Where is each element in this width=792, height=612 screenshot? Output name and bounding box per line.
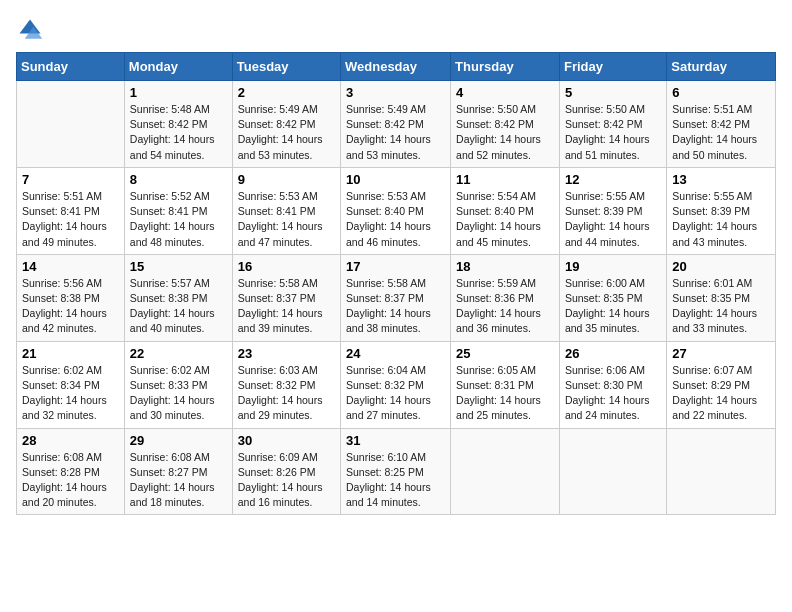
day-number: 13 [672, 172, 770, 187]
day-number: 7 [22, 172, 119, 187]
column-header-friday: Friday [559, 53, 666, 81]
calendar-cell: 24Sunrise: 6:04 AM Sunset: 8:32 PM Dayli… [341, 341, 451, 428]
calendar-cell: 19Sunrise: 6:00 AM Sunset: 8:35 PM Dayli… [559, 254, 666, 341]
day-info: Sunrise: 6:06 AM Sunset: 8:30 PM Dayligh… [565, 363, 661, 424]
day-number: 30 [238, 433, 335, 448]
day-info: Sunrise: 6:02 AM Sunset: 8:33 PM Dayligh… [130, 363, 227, 424]
column-header-tuesday: Tuesday [232, 53, 340, 81]
calendar-cell: 21Sunrise: 6:02 AM Sunset: 8:34 PM Dayli… [17, 341, 125, 428]
day-info: Sunrise: 6:07 AM Sunset: 8:29 PM Dayligh… [672, 363, 770, 424]
calendar-cell: 31Sunrise: 6:10 AM Sunset: 8:25 PM Dayli… [341, 428, 451, 515]
calendar-cell: 8Sunrise: 5:52 AM Sunset: 8:41 PM Daylig… [124, 167, 232, 254]
week-row-5: 28Sunrise: 6:08 AM Sunset: 8:28 PM Dayli… [17, 428, 776, 515]
day-info: Sunrise: 6:08 AM Sunset: 8:28 PM Dayligh… [22, 450, 119, 511]
day-number: 6 [672, 85, 770, 100]
page-header [16, 16, 776, 44]
day-number: 27 [672, 346, 770, 361]
column-header-wednesday: Wednesday [341, 53, 451, 81]
day-number: 2 [238, 85, 335, 100]
day-info: Sunrise: 5:54 AM Sunset: 8:40 PM Dayligh… [456, 189, 554, 250]
day-number: 14 [22, 259, 119, 274]
day-info: Sunrise: 5:51 AM Sunset: 8:42 PM Dayligh… [672, 102, 770, 163]
day-number: 20 [672, 259, 770, 274]
column-header-thursday: Thursday [451, 53, 560, 81]
day-info: Sunrise: 6:10 AM Sunset: 8:25 PM Dayligh… [346, 450, 445, 511]
day-number: 23 [238, 346, 335, 361]
day-number: 5 [565, 85, 661, 100]
calendar-cell: 28Sunrise: 6:08 AM Sunset: 8:28 PM Dayli… [17, 428, 125, 515]
day-number: 24 [346, 346, 445, 361]
calendar-cell: 10Sunrise: 5:53 AM Sunset: 8:40 PM Dayli… [341, 167, 451, 254]
day-info: Sunrise: 6:08 AM Sunset: 8:27 PM Dayligh… [130, 450, 227, 511]
calendar-cell: 4Sunrise: 5:50 AM Sunset: 8:42 PM Daylig… [451, 81, 560, 168]
day-number: 11 [456, 172, 554, 187]
day-number: 10 [346, 172, 445, 187]
week-row-3: 14Sunrise: 5:56 AM Sunset: 8:38 PM Dayli… [17, 254, 776, 341]
week-row-4: 21Sunrise: 6:02 AM Sunset: 8:34 PM Dayli… [17, 341, 776, 428]
calendar-cell: 3Sunrise: 5:49 AM Sunset: 8:42 PM Daylig… [341, 81, 451, 168]
day-info: Sunrise: 5:50 AM Sunset: 8:42 PM Dayligh… [456, 102, 554, 163]
calendar-cell: 14Sunrise: 5:56 AM Sunset: 8:38 PM Dayli… [17, 254, 125, 341]
day-number: 31 [346, 433, 445, 448]
day-info: Sunrise: 5:56 AM Sunset: 8:38 PM Dayligh… [22, 276, 119, 337]
day-info: Sunrise: 5:49 AM Sunset: 8:42 PM Dayligh… [238, 102, 335, 163]
day-number: 29 [130, 433, 227, 448]
column-header-saturday: Saturday [667, 53, 776, 81]
week-row-2: 7Sunrise: 5:51 AM Sunset: 8:41 PM Daylig… [17, 167, 776, 254]
day-info: Sunrise: 6:00 AM Sunset: 8:35 PM Dayligh… [565, 276, 661, 337]
calendar-cell: 11Sunrise: 5:54 AM Sunset: 8:40 PM Dayli… [451, 167, 560, 254]
calendar-cell: 26Sunrise: 6:06 AM Sunset: 8:30 PM Dayli… [559, 341, 666, 428]
calendar-cell: 7Sunrise: 5:51 AM Sunset: 8:41 PM Daylig… [17, 167, 125, 254]
calendar-cell: 30Sunrise: 6:09 AM Sunset: 8:26 PM Dayli… [232, 428, 340, 515]
calendar-cell [559, 428, 666, 515]
calendar-cell: 6Sunrise: 5:51 AM Sunset: 8:42 PM Daylig… [667, 81, 776, 168]
day-info: Sunrise: 5:55 AM Sunset: 8:39 PM Dayligh… [672, 189, 770, 250]
calendar-cell: 16Sunrise: 5:58 AM Sunset: 8:37 PM Dayli… [232, 254, 340, 341]
day-number: 17 [346, 259, 445, 274]
day-number: 26 [565, 346, 661, 361]
day-number: 28 [22, 433, 119, 448]
logo [16, 16, 48, 44]
calendar-body: 1Sunrise: 5:48 AM Sunset: 8:42 PM Daylig… [17, 81, 776, 515]
calendar-cell: 23Sunrise: 6:03 AM Sunset: 8:32 PM Dayli… [232, 341, 340, 428]
day-number: 3 [346, 85, 445, 100]
day-number: 16 [238, 259, 335, 274]
day-number: 8 [130, 172, 227, 187]
calendar-cell: 15Sunrise: 5:57 AM Sunset: 8:38 PM Dayli… [124, 254, 232, 341]
calendar-cell [667, 428, 776, 515]
day-number: 15 [130, 259, 227, 274]
day-info: Sunrise: 5:48 AM Sunset: 8:42 PM Dayligh… [130, 102, 227, 163]
day-info: Sunrise: 5:52 AM Sunset: 8:41 PM Dayligh… [130, 189, 227, 250]
day-number: 22 [130, 346, 227, 361]
day-info: Sunrise: 6:02 AM Sunset: 8:34 PM Dayligh… [22, 363, 119, 424]
day-info: Sunrise: 5:58 AM Sunset: 8:37 PM Dayligh… [346, 276, 445, 337]
day-info: Sunrise: 6:01 AM Sunset: 8:35 PM Dayligh… [672, 276, 770, 337]
day-info: Sunrise: 5:50 AM Sunset: 8:42 PM Dayligh… [565, 102, 661, 163]
day-number: 1 [130, 85, 227, 100]
day-info: Sunrise: 6:05 AM Sunset: 8:31 PM Dayligh… [456, 363, 554, 424]
day-info: Sunrise: 5:55 AM Sunset: 8:39 PM Dayligh… [565, 189, 661, 250]
calendar-cell: 1Sunrise: 5:48 AM Sunset: 8:42 PM Daylig… [124, 81, 232, 168]
calendar-cell: 9Sunrise: 5:53 AM Sunset: 8:41 PM Daylig… [232, 167, 340, 254]
day-info: Sunrise: 5:57 AM Sunset: 8:38 PM Dayligh… [130, 276, 227, 337]
day-number: 21 [22, 346, 119, 361]
day-info: Sunrise: 5:49 AM Sunset: 8:42 PM Dayligh… [346, 102, 445, 163]
calendar-cell: 27Sunrise: 6:07 AM Sunset: 8:29 PM Dayli… [667, 341, 776, 428]
calendar-cell: 18Sunrise: 5:59 AM Sunset: 8:36 PM Dayli… [451, 254, 560, 341]
day-info: Sunrise: 6:04 AM Sunset: 8:32 PM Dayligh… [346, 363, 445, 424]
day-info: Sunrise: 5:58 AM Sunset: 8:37 PM Dayligh… [238, 276, 335, 337]
calendar-cell: 2Sunrise: 5:49 AM Sunset: 8:42 PM Daylig… [232, 81, 340, 168]
calendar-cell [451, 428, 560, 515]
calendar-cell: 25Sunrise: 6:05 AM Sunset: 8:31 PM Dayli… [451, 341, 560, 428]
calendar-header-row: SundayMondayTuesdayWednesdayThursdayFrid… [17, 53, 776, 81]
day-info: Sunrise: 6:09 AM Sunset: 8:26 PM Dayligh… [238, 450, 335, 511]
calendar-cell: 5Sunrise: 5:50 AM Sunset: 8:42 PM Daylig… [559, 81, 666, 168]
week-row-1: 1Sunrise: 5:48 AM Sunset: 8:42 PM Daylig… [17, 81, 776, 168]
day-info: Sunrise: 5:53 AM Sunset: 8:41 PM Dayligh… [238, 189, 335, 250]
day-info: Sunrise: 6:03 AM Sunset: 8:32 PM Dayligh… [238, 363, 335, 424]
calendar-cell [17, 81, 125, 168]
day-info: Sunrise: 5:59 AM Sunset: 8:36 PM Dayligh… [456, 276, 554, 337]
day-number: 19 [565, 259, 661, 274]
day-number: 4 [456, 85, 554, 100]
column-header-monday: Monday [124, 53, 232, 81]
